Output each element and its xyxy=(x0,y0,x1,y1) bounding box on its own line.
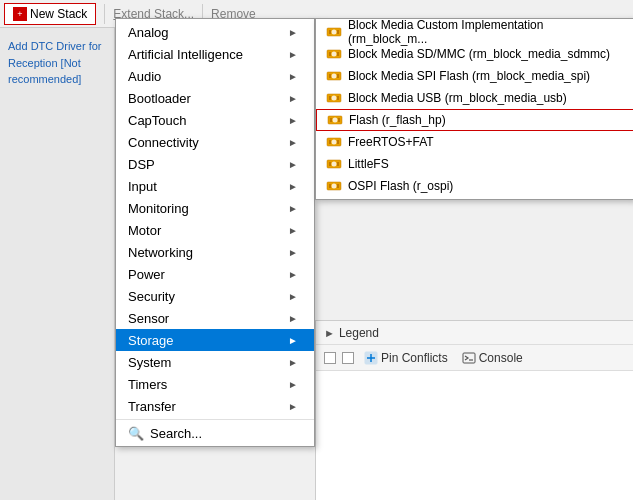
svg-rect-22 xyxy=(329,140,331,144)
submenu-arrow-icon: ► xyxy=(288,313,298,324)
minimize-icon[interactable] xyxy=(324,352,336,364)
svg-rect-30 xyxy=(329,184,331,188)
submenu-arrow-icon: ► xyxy=(288,357,298,368)
svg-point-25 xyxy=(332,162,337,167)
search-icon: 🔍 xyxy=(128,426,144,441)
svg-rect-7 xyxy=(337,52,339,56)
svg-point-5 xyxy=(332,52,337,57)
menu-item-label: DSP xyxy=(128,157,155,172)
svg-rect-26 xyxy=(329,162,331,166)
menu-item-ai[interactable]: Artificial Intelligence ► xyxy=(116,43,314,65)
submenu-item-block-spi[interactable]: Block Media SPI Flash (rm_block_media_sp… xyxy=(316,65,633,87)
menu-item-security[interactable]: Security ► xyxy=(116,285,314,307)
submenu-arrow-icon: ► xyxy=(288,247,298,258)
submenu-item-ospi[interactable]: OSPI Flash (r_ospi) xyxy=(316,175,633,197)
bottom-panel: ► Legend Pin Conflicts Console xyxy=(315,320,633,500)
svg-rect-15 xyxy=(337,96,339,100)
menu-item-connectivity[interactable]: Connectivity ► xyxy=(116,131,314,153)
svg-rect-2 xyxy=(329,30,331,34)
svg-rect-14 xyxy=(329,96,331,100)
menu-item-timers[interactable]: Timers ► xyxy=(116,373,314,395)
menu-item-networking[interactable]: Networking ► xyxy=(116,241,314,263)
menu-item-label: Monitoring xyxy=(128,201,189,216)
menu-item-dsp[interactable]: DSP ► xyxy=(116,153,314,175)
submenu-arrow-icon: ► xyxy=(288,269,298,280)
submenu-arrow-icon: ► xyxy=(288,137,298,148)
left-panel-content: Add DTC Driver for Reception [Not recomm… xyxy=(0,28,114,98)
submenu-item-label: FreeRTOS+FAT xyxy=(348,135,434,149)
menu-item-label: Networking xyxy=(128,245,193,260)
submenu-arrow-icon: ► xyxy=(288,93,298,104)
submenu-arrow-icon: ► xyxy=(288,49,298,60)
menu-item-analog[interactable]: Analog ► xyxy=(116,21,314,43)
submenu-item-label: Flash (r_flash_hp) xyxy=(349,113,446,127)
submenu-item-label: Block Media USB (rm_block_media_usb) xyxy=(348,91,567,105)
svg-point-21 xyxy=(332,140,337,145)
menu-item-label: Connectivity xyxy=(128,135,199,150)
svg-rect-23 xyxy=(337,140,339,144)
new-stack-button[interactable]: + New Stack xyxy=(4,3,96,25)
menu-item-bootloader[interactable]: Bootloader ► xyxy=(116,87,314,109)
menu-item-power[interactable]: Power ► xyxy=(116,263,314,285)
menu-item-monitoring[interactable]: Monitoring ► xyxy=(116,197,314,219)
submenu-arrow-icon: ► xyxy=(288,225,298,236)
menu-item-label: Power xyxy=(128,267,165,282)
menu-item-captouch[interactable]: CapTouch ► xyxy=(116,109,314,131)
submenu-item-littlefs[interactable]: LittleFS xyxy=(316,153,633,175)
svg-rect-19 xyxy=(338,118,340,122)
left-panel: Add DTC Driver for Reception [Not recomm… xyxy=(0,28,115,500)
submenu-item-block-custom[interactable]: Block Media Custom Implementation (rm_bl… xyxy=(316,21,633,43)
menu-item-transfer[interactable]: Transfer ► xyxy=(116,395,314,417)
menu-divider xyxy=(116,419,314,420)
left-panel-item[interactable]: Add DTC Driver for Reception [Not recomm… xyxy=(8,36,106,90)
legend-bar: ► Legend xyxy=(316,321,633,345)
menu-item-storage[interactable]: Storage ► xyxy=(116,329,314,351)
legend-label: Legend xyxy=(339,326,379,340)
console-button[interactable]: Console xyxy=(458,350,527,366)
new-stack-label: New Stack xyxy=(30,7,87,21)
svg-rect-18 xyxy=(330,118,332,122)
pin-conflicts-button[interactable]: Pin Conflicts xyxy=(360,350,452,366)
svg-point-9 xyxy=(332,74,337,79)
submenu-item-flash-hp[interactable]: Flash (r_flash_hp) xyxy=(316,109,633,131)
submenu-arrow-icon: ► xyxy=(288,115,298,126)
submenu-item-block-usb[interactable]: Block Media USB (rm_block_media_usb) xyxy=(316,87,633,109)
submenu-arrow-icon: ► xyxy=(288,291,298,302)
new-stack-icon: + xyxy=(13,7,27,21)
svg-rect-31 xyxy=(337,184,339,188)
console-icon xyxy=(462,351,476,365)
search-label: Search... xyxy=(150,426,202,441)
submenu-arrow-icon: ► xyxy=(288,401,298,412)
component-icon xyxy=(327,112,343,128)
menu-item-motor[interactable]: Motor ► xyxy=(116,219,314,241)
svg-point-13 xyxy=(332,96,337,101)
menu-item-system[interactable]: System ► xyxy=(116,351,314,373)
console-toolbar: Pin Conflicts Console xyxy=(316,345,633,371)
svg-point-1 xyxy=(332,30,337,35)
menu-item-input[interactable]: Input ► xyxy=(116,175,314,197)
maximize-icon[interactable] xyxy=(342,352,354,364)
component-icon xyxy=(326,46,342,62)
submenu-item-label: LittleFS xyxy=(348,157,389,171)
menu-item-label: Bootloader xyxy=(128,91,191,106)
submenu-arrow-icon: ► xyxy=(288,379,298,390)
svg-rect-27 xyxy=(337,162,339,166)
menu-item-search[interactable]: 🔍 Search... xyxy=(116,422,314,444)
submenu-item-label: OSPI Flash (r_ospi) xyxy=(348,179,453,193)
menu-item-label: Transfer xyxy=(128,399,176,414)
menu-item-label: Timers xyxy=(128,377,167,392)
submenu-item-label: Block Media SPI Flash (rm_block_media_sp… xyxy=(348,69,590,83)
menu-item-label: Input xyxy=(128,179,157,194)
svg-rect-3 xyxy=(337,30,339,34)
pin-conflicts-icon xyxy=(364,351,378,365)
menu-item-label: Audio xyxy=(128,69,161,84)
context-menu: Analog ► Artificial Intelligence ► Audio… xyxy=(115,18,315,447)
component-icon xyxy=(326,90,342,106)
submenu-arrow-icon: ► xyxy=(288,71,298,82)
menu-item-sensor[interactable]: Sensor ► xyxy=(116,307,314,329)
submenu-item-freertos-fat[interactable]: FreeRTOS+FAT xyxy=(316,131,633,153)
menu-item-audio[interactable]: Audio ► xyxy=(116,65,314,87)
submenu-item-block-sdmmc[interactable]: Block Media SD/MMC (rm_block_media_sdmmc… xyxy=(316,43,633,65)
component-icon xyxy=(326,178,342,194)
submenu-item-label: Block Media Custom Implementation (rm_bl… xyxy=(348,18,624,46)
